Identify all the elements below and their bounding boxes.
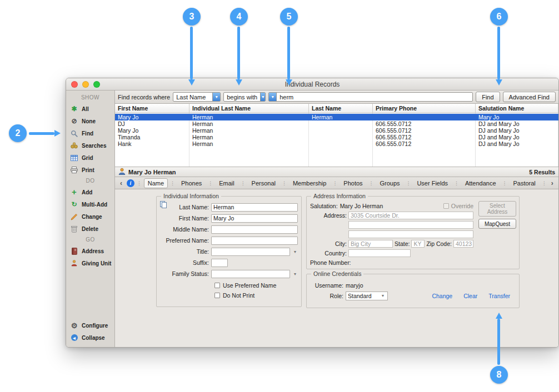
field-dropdown[interactable]: Last Name ▾	[173, 92, 221, 102]
column-header[interactable]: Salutation Name	[476, 104, 558, 113]
sidebar-item-delete[interactable]: Delete	[66, 223, 114, 235]
middle-name-field[interactable]	[211, 225, 298, 234]
family-status-field[interactable]	[211, 270, 290, 278]
preferred-name-field[interactable]	[211, 237, 298, 245]
tab-email[interactable]: Email	[215, 178, 238, 188]
asterisk-icon: ✱	[70, 105, 78, 113]
state-field[interactable]: KY	[411, 240, 425, 248]
change-link[interactable]: Change	[432, 293, 452, 299]
sidebar-item-giving-unit[interactable]: Giving Unit	[66, 257, 114, 269]
tab-user-fields[interactable]: User Fields	[413, 178, 452, 188]
search-input[interactable]	[277, 94, 472, 100]
tab-bar: ‹ i ⋮ Name ⋮ Phones ⋮ Email ⋮ Personal ⋮…	[115, 177, 558, 189]
callout-3: 3	[183, 8, 201, 26]
city-field[interactable]: Big City	[348, 240, 393, 248]
sidebar-item-change[interactable]: Change	[66, 210, 114, 223]
sidebar-item-all[interactable]: ✱ All	[66, 103, 114, 115]
operator-dropdown-value: begins with	[224, 94, 260, 100]
chevron-down-icon[interactable]: ▼	[292, 272, 298, 276]
screenshot-canvas: Individual Records SHOW ✱ All ⊘ None	[0, 0, 559, 392]
grid-icon	[70, 155, 78, 161]
chevron-down-icon[interactable]: ▾	[212, 93, 220, 101]
table-row[interactable]: DJHerman606.555.0712DJ and Mary Jo	[115, 120, 558, 127]
operator-dropdown[interactable]: begins with ▾	[223, 92, 266, 102]
sidebar-item-grid[interactable]: Grid	[66, 152, 114, 164]
tab-membership[interactable]: Membership	[289, 178, 331, 188]
sidebar-item-add[interactable]: + Add	[66, 186, 114, 198]
suffix-field[interactable]	[211, 259, 228, 267]
column-header[interactable]: First Name	[115, 104, 189, 113]
sidebar-item-label: None	[82, 118, 96, 124]
chevron-down-icon[interactable]: ▼	[292, 250, 298, 254]
override-checkbox[interactable]	[443, 203, 449, 209]
sidebar-item-none[interactable]: ⊘ None	[66, 115, 114, 127]
use-preferred-name-checkbox[interactable]	[214, 283, 220, 288]
select-address-button[interactable]: Select Address	[478, 201, 516, 217]
sidebar-item-collapse[interactable]: ◀ Collapse	[66, 331, 114, 344]
tab-pastoral[interactable]: Pastoral	[509, 178, 539, 188]
tab-scroll-left-icon[interactable]: ‹	[118, 179, 124, 187]
sidebar-item-address[interactable]: Address	[66, 245, 114, 257]
column-header[interactable]: Individual Last Name	[189, 104, 309, 113]
clear-link[interactable]: Clear	[463, 293, 477, 299]
address-label: Address:	[310, 212, 347, 219]
callout-6: 6	[490, 8, 508, 26]
trash-icon	[70, 225, 78, 233]
copy-icon[interactable]	[159, 200, 167, 210]
do-not-print-checkbox[interactable]	[214, 293, 220, 298]
online-credentials-group: Online Credentials Username: maryjo Role…	[306, 274, 520, 308]
sidebar-item-label: Find	[82, 130, 93, 137]
column-header[interactable]: Last Name	[309, 104, 373, 113]
record-person-icon	[118, 168, 126, 176]
sidebar-item-searches[interactable]: Searches	[66, 139, 114, 152]
table-row[interactable]: Mary JoHermanHermanMary Jo	[115, 114, 558, 120]
table-row[interactable]: TimandaHerman606.555.0712DJ and Mary Jo	[115, 134, 558, 140]
sidebar-item-label: Configure	[82, 323, 108, 329]
callout-6-arrowhead	[496, 79, 502, 86]
first-name-field[interactable]: Mary Jo	[211, 214, 298, 223]
tab-phones[interactable]: Phones	[177, 178, 206, 188]
find-records-where-label: Find records where	[118, 94, 170, 100]
address-line2-field[interactable]	[348, 221, 473, 229]
find-button[interactable]: Find	[476, 92, 500, 102]
close-button[interactable]	[71, 81, 78, 88]
advanced-find-button[interactable]: Advanced Find	[503, 92, 556, 102]
sidebar: SHOW ✱ All ⊘ None Find	[66, 91, 115, 347]
address-line1-field[interactable]: 3035 Courtside Dr.	[348, 212, 473, 219]
transfer-link[interactable]: Transfer	[488, 293, 510, 299]
callout-2-arrowhead	[54, 130, 61, 137]
column-header[interactable]: Primary Phone	[373, 104, 476, 113]
chevron-down-icon[interactable]: ▾	[269, 93, 277, 101]
printer-icon	[70, 167, 78, 173]
title-field[interactable]	[211, 248, 290, 256]
sidebar-item-find[interactable]: Find	[66, 127, 114, 139]
minimize-button[interactable]	[82, 81, 89, 88]
last-name-field[interactable]: Herman	[211, 203, 298, 212]
tab-separator-icon: ⋮	[170, 180, 175, 186]
address-line3-field[interactable]	[348, 230, 473, 238]
table-row[interactable]: Mary JoHerman606.555.0712DJ and Mary Jo	[115, 127, 558, 134]
sidebar-item-configure[interactable]: ⚙ Configure	[66, 319, 114, 331]
chevron-down-icon[interactable]: ▾	[260, 93, 265, 101]
country-field[interactable]	[348, 249, 411, 257]
title-label: Title:	[160, 248, 209, 255]
tab-separator-icon: ⋮	[282, 180, 287, 186]
tab-photos[interactable]: Photos	[340, 178, 366, 188]
tab-attendance[interactable]: Attendance	[461, 178, 500, 188]
use-preferred-name-label: Use Preferred Name	[223, 282, 276, 289]
zoom-button[interactable]	[93, 81, 100, 88]
tab-scroll-right-icon[interactable]: ›	[549, 179, 556, 187]
zip-code-field[interactable]: 40123	[453, 240, 473, 248]
sidebar-item-print[interactable]: Print	[66, 164, 114, 176]
search-query-field[interactable]: ▾	[268, 92, 473, 102]
table-row[interactable]: HankHerman606.555.0712DJ and Mary Jo	[115, 140, 558, 147]
tab-groups[interactable]: Groups	[376, 178, 403, 188]
info-icon[interactable]: i	[127, 179, 134, 187]
sidebar-item-multi-add[interactable]: ↻ Multi-Add	[66, 198, 114, 210]
role-dropdown[interactable]: Standard ▼	[346, 292, 388, 300]
mapquest-button[interactable]: MapQuest	[478, 219, 516, 229]
tab-name[interactable]: Name	[144, 178, 168, 188]
suffix-label: Suffix:	[160, 259, 209, 266]
tab-personal[interactable]: Personal	[248, 178, 280, 188]
person-icon	[70, 260, 78, 267]
